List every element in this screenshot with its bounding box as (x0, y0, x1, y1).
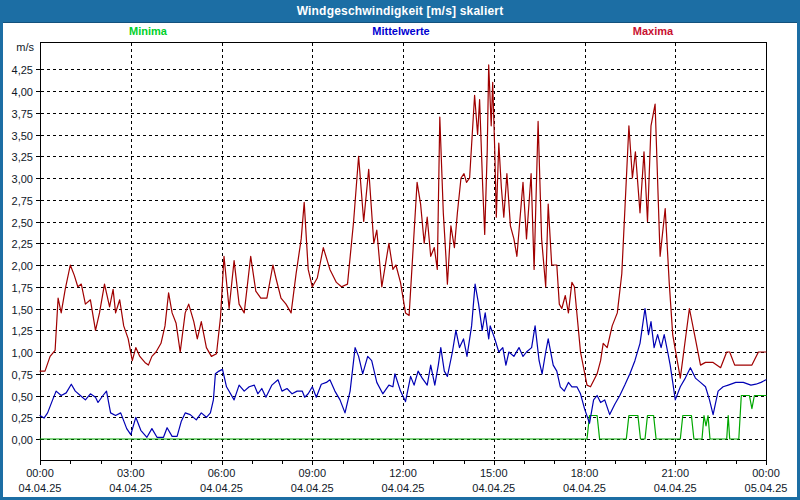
svg-text:0,75: 0,75 (12, 369, 33, 381)
legend-mittelwerte: Mittelwerte (372, 25, 429, 37)
svg-text:3,25: 3,25 (12, 151, 33, 163)
svg-text:04.04.25: 04.04.25 (291, 482, 334, 494)
legend-maxima: Maxima (633, 25, 673, 37)
svg-text:1,25: 1,25 (12, 325, 33, 337)
legend-minima: Minima (129, 25, 167, 37)
svg-text:3,50: 3,50 (12, 130, 33, 142)
svg-text:04.04.25: 04.04.25 (654, 482, 697, 494)
svg-text:1,00: 1,00 (12, 347, 33, 359)
svg-text:04.04.25: 04.04.25 (19, 482, 62, 494)
svg-text:03:00: 03:00 (117, 467, 145, 479)
svg-text:2,25: 2,25 (12, 238, 33, 250)
svg-text:04.04.25: 04.04.25 (109, 482, 152, 494)
svg-text:0,50: 0,50 (12, 391, 33, 403)
svg-text:09:00: 09:00 (298, 467, 326, 479)
svg-text:4,00: 4,00 (12, 86, 33, 98)
svg-text:3,00: 3,00 (12, 173, 33, 185)
svg-text:04.04.25: 04.04.25 (472, 482, 515, 494)
title-bar: Windgeschwindigkeit [m/s] skaliert (0, 0, 800, 23)
svg-text:3,75: 3,75 (12, 108, 33, 120)
window-title: Windgeschwindigkeit [m/s] skaliert (297, 4, 504, 18)
svg-text:04.04.25: 04.04.25 (382, 482, 425, 494)
svg-text:2,75: 2,75 (12, 195, 33, 207)
svg-text:00:00: 00:00 (752, 467, 780, 479)
svg-text:2,50: 2,50 (12, 217, 33, 229)
svg-text:00:00: 00:00 (26, 467, 54, 479)
svg-text:1,50: 1,50 (12, 304, 33, 316)
svg-text:4,25: 4,25 (12, 64, 33, 76)
app-window: 0,000,250,500,751,001,251,501,752,002,25… (0, 0, 800, 500)
svg-text:1,75: 1,75 (12, 282, 33, 294)
svg-text:04.04.25: 04.04.25 (200, 482, 243, 494)
svg-text:18:00: 18:00 (571, 467, 599, 479)
svg-text:0,25: 0,25 (12, 412, 33, 424)
svg-text:21:00: 21:00 (661, 467, 689, 479)
svg-text:2,00: 2,00 (12, 260, 33, 272)
svg-text:06:00: 06:00 (208, 467, 236, 479)
svg-text:12:00: 12:00 (389, 467, 417, 479)
y-axis-unit-label: m/s (3, 41, 34, 53)
svg-text:0,00: 0,00 (12, 434, 33, 446)
plot-area: 0,000,250,500,751,001,251,501,752,002,25… (0, 0, 800, 500)
svg-text:15:00: 15:00 (480, 467, 508, 479)
svg-text:05.04.25: 05.04.25 (745, 482, 788, 494)
svg-text:04.04.25: 04.04.25 (563, 482, 606, 494)
